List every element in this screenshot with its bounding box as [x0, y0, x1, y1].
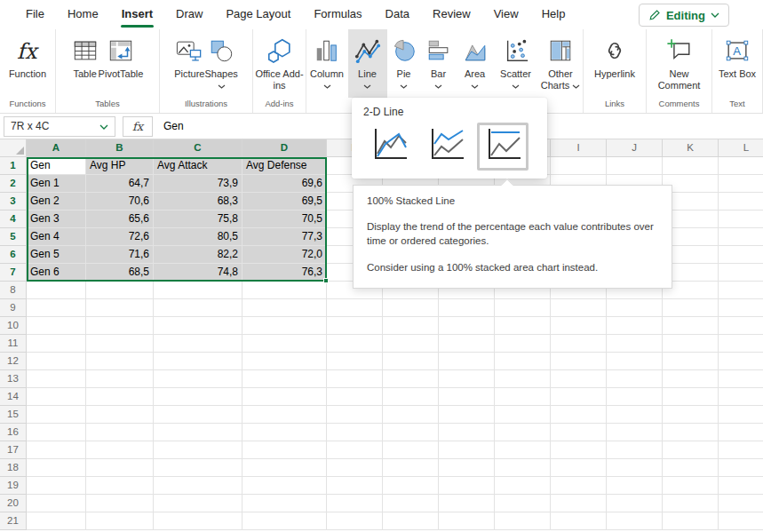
cell-B20[interactable]: [86, 495, 154, 512]
cell-L17[interactable]: [719, 441, 763, 459]
fill-handle[interactable]: [323, 278, 329, 283]
cell-L10[interactable]: [719, 317, 763, 335]
cell-D2[interactable]: 69,6: [242, 175, 327, 193]
cell-A1[interactable]: Gen: [27, 157, 86, 175]
cell-C15[interactable]: [154, 406, 242, 424]
cell-L13[interactable]: [719, 370, 763, 388]
cell-H12[interactable]: [495, 353, 551, 370]
cell-D18[interactable]: [242, 459, 327, 477]
cell-K11[interactable]: [663, 335, 719, 353]
cell-J14[interactable]: [607, 388, 663, 406]
cell-C7[interactable]: 74,8: [154, 264, 242, 282]
column-header-J[interactable]: J: [607, 139, 663, 157]
cell-I11[interactable]: [551, 335, 607, 353]
cell-B3[interactable]: 70,6: [86, 193, 154, 210]
cell-G11[interactable]: [439, 335, 495, 353]
cell-I16[interactable]: [551, 424, 607, 441]
row-header-13[interactable]: 13: [0, 370, 27, 388]
cell-J9[interactable]: [607, 299, 663, 317]
cell-B5[interactable]: 72,6: [86, 228, 154, 246]
cell-F10[interactable]: [383, 317, 439, 335]
cell-G9[interactable]: [439, 299, 495, 317]
ribbon-button-new-comment[interactable]: New Comment: [651, 29, 708, 98]
cell-D3[interactable]: 69,5: [242, 193, 327, 210]
cell-F19[interactable]: [383, 477, 439, 495]
menu-tab-view[interactable]: View: [482, 0, 530, 29]
cell-I18[interactable]: [551, 459, 607, 477]
cell-I17[interactable]: [551, 441, 607, 459]
cell-K16[interactable]: [663, 424, 719, 441]
cell-I19[interactable]: [551, 477, 607, 495]
row-header-18[interactable]: 18: [0, 459, 27, 477]
ribbon-button-bar[interactable]: Bar: [421, 29, 457, 98]
column-header-D[interactable]: D: [242, 139, 327, 157]
cell-D19[interactable]: [242, 477, 327, 495]
select-all-corner[interactable]: [0, 139, 27, 157]
cell-H15[interactable]: [495, 406, 551, 424]
menu-tab-insert[interactable]: Insert: [110, 0, 164, 29]
cell-E19[interactable]: [327, 477, 383, 495]
cell-E11[interactable]: [327, 335, 383, 353]
row-header-6[interactable]: 6: [0, 246, 27, 264]
cell-L7[interactable]: [719, 264, 763, 282]
menu-tab-home[interactable]: Home: [56, 0, 110, 29]
cell-G21[interactable]: [439, 512, 495, 530]
menu-tab-file[interactable]: File: [14, 0, 56, 29]
cell-G12[interactable]: [439, 353, 495, 370]
row-header-3[interactable]: 3: [0, 193, 27, 210]
cell-J17[interactable]: [607, 441, 663, 459]
cell-A5[interactable]: Gen 4: [27, 228, 86, 246]
cell-C13[interactable]: [154, 370, 242, 388]
cell-A4[interactable]: Gen 3: [27, 210, 86, 228]
cell-H18[interactable]: [495, 459, 551, 477]
cell-C6[interactable]: 82,2: [154, 246, 242, 264]
cell-J13[interactable]: [607, 370, 663, 388]
row-header-2[interactable]: 2: [0, 175, 27, 193]
ribbon-button-office-add-ins[interactable]: Office Add-ins: [251, 29, 308, 98]
cell-D9[interactable]: [242, 299, 327, 317]
column-header-C[interactable]: C: [154, 139, 242, 157]
cell-C9[interactable]: [154, 299, 242, 317]
ribbon-button-hyperlink[interactable]: Hyperlink: [594, 29, 635, 98]
cell-L1[interactable]: [719, 157, 763, 175]
cell-B14[interactable]: [86, 388, 154, 406]
cell-B13[interactable]: [86, 370, 154, 388]
cell-D7[interactable]: 76,3: [242, 264, 327, 282]
cell-E18[interactable]: [327, 459, 383, 477]
cell-A9[interactable]: [27, 299, 86, 317]
menu-tab-review[interactable]: Review: [421, 0, 482, 29]
ribbon-button-scatter[interactable]: Scatter: [494, 29, 538, 98]
row-header-20[interactable]: 20: [0, 495, 27, 512]
cell-H11[interactable]: [495, 335, 551, 353]
cell-D10[interactable]: [242, 317, 327, 335]
cell-K13[interactable]: [663, 370, 719, 388]
cell-F20[interactable]: [383, 495, 439, 512]
cell-G20[interactable]: [439, 495, 495, 512]
cell-B10[interactable]: [86, 317, 154, 335]
cell-A21[interactable]: [27, 512, 86, 530]
cell-B9[interactable]: [86, 299, 154, 317]
cell-L14[interactable]: [719, 388, 763, 406]
column-header-I[interactable]: I: [551, 139, 607, 157]
cell-B18[interactable]: [86, 459, 154, 477]
cell-A18[interactable]: [27, 459, 86, 477]
ribbon-button-picture[interactable]: Picture: [174, 29, 204, 98]
cell-G14[interactable]: [439, 388, 495, 406]
cell-B7[interactable]: 68,5: [86, 264, 154, 282]
cell-B17[interactable]: [86, 441, 154, 459]
cell-I9[interactable]: [551, 299, 607, 317]
cell-B8[interactable]: [86, 282, 154, 299]
row-header-17[interactable]: 17: [0, 441, 27, 459]
cell-J16[interactable]: [607, 424, 663, 441]
cell-H9[interactable]: [495, 299, 551, 317]
cell-C3[interactable]: 68,3: [154, 193, 242, 210]
cell-B2[interactable]: 64,7: [86, 175, 154, 193]
cell-D6[interactable]: 72,0: [242, 246, 327, 264]
row-header-19[interactable]: 19: [0, 477, 27, 495]
ribbon-button-other-charts[interactable]: Other Charts: [538, 29, 584, 98]
cell-E14[interactable]: [327, 388, 383, 406]
cell-H16[interactable]: [495, 424, 551, 441]
cell-C20[interactable]: [154, 495, 242, 512]
ribbon-button-text-box[interactable]: AText Box: [719, 29, 756, 98]
cell-E17[interactable]: [327, 441, 383, 459]
